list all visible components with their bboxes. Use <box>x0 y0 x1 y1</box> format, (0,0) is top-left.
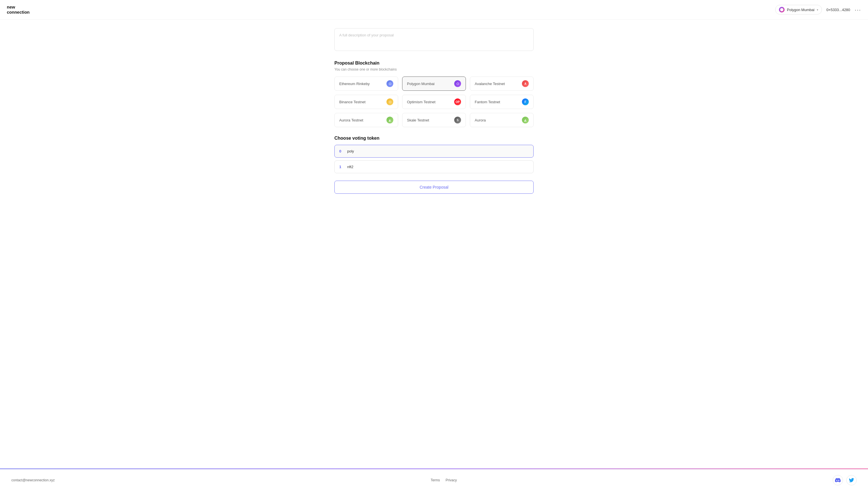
twitter-icon-button[interactable] <box>846 475 857 485</box>
blockchain-section-subtitle: You can choose one or more blockchains <box>334 67 534 71</box>
blockchain-chain-icon: S <box>454 117 461 123</box>
blockchain-name: Aurora Testnet <box>339 118 363 122</box>
footer-links: TermsPrivacy <box>430 478 457 482</box>
header: new connection Polygon Mumbai ▾ 0×5333..… <box>0 0 868 20</box>
blockchain-item[interactable]: Polygon Mumbai⬡ <box>402 77 466 91</box>
token-name: nft2 <box>347 165 354 169</box>
blockchain-chain-icon: OP <box>454 98 461 105</box>
network-selector[interactable]: Polygon Mumbai ▾ <box>775 5 822 15</box>
svg-point-0 <box>780 8 783 11</box>
app-logo[interactable]: new connection <box>7 4 30 15</box>
header-right: Polygon Mumbai ▾ 0×5333...4280 ··· <box>775 5 861 15</box>
network-icon <box>779 7 785 12</box>
blockchain-chain-icon: A <box>522 80 529 87</box>
blockchain-item[interactable]: Binance Testnet⬡ <box>334 95 398 109</box>
main-content: Proposal Blockchain You can choose one o… <box>0 20 868 468</box>
blockchain-grid: Ethereum Rinkeby⬡Polygon Mumbai⬡Avalanch… <box>334 77 534 127</box>
blockchain-name: Aurora <box>475 118 486 122</box>
blockchain-chain-icon: ⬡ <box>387 98 393 105</box>
description-textarea[interactable] <box>334 28 534 51</box>
blockchain-chain-icon: ◭ <box>387 117 393 123</box>
voting-token-title: Choose voting token <box>334 136 534 141</box>
blockchain-item[interactable]: Ethereum Rinkeby⬡ <box>334 77 398 91</box>
blockchain-item[interactable]: Skale TestnetS <box>402 113 466 127</box>
token-index: 1 <box>339 165 344 169</box>
blockchain-name: Polygon Mumbai <box>407 82 435 86</box>
token-item[interactable]: 0poly <box>334 145 534 157</box>
form-content: Proposal Blockchain You can choose one o… <box>334 28 534 460</box>
create-proposal-button[interactable]: Create Proposal <box>334 181 534 194</box>
footer-link[interactable]: Privacy <box>446 478 457 482</box>
blockchain-name: Fantom Testnet <box>475 100 500 104</box>
chevron-down-icon: ▾ <box>817 8 818 11</box>
blockchain-name: Skale Testnet <box>407 118 429 122</box>
wallet-address: 0×5333...4280 <box>827 8 850 12</box>
blockchain-chain-icon: ⬡ <box>454 80 461 87</box>
blockchain-name: Binance Testnet <box>339 100 365 104</box>
blockchain-item[interactable]: Avalanche TestnetA <box>470 77 534 91</box>
token-item[interactable]: 1nft2 <box>334 161 534 173</box>
blockchain-name: Ethereum Rinkeby <box>339 82 370 86</box>
blockchain-name: Avalanche Testnet <box>475 82 505 86</box>
token-index: 0 <box>339 149 344 153</box>
voting-token-section: Choose voting token 0poly1nft2 <box>334 136 534 173</box>
token-list: 0poly1nft2 <box>334 145 534 173</box>
twitter-icon <box>849 478 854 483</box>
blockchain-item[interactable]: Aurora Testnet◭ <box>334 113 398 127</box>
blockchain-chain-icon: ⬡ <box>387 80 393 87</box>
footer-link[interactable]: Terms <box>430 478 440 482</box>
blockchain-chain-icon: F <box>522 98 529 105</box>
blockchain-item[interactable]: Fantom TestnetF <box>470 95 534 109</box>
blockchain-chain-icon: ◭ <box>522 117 529 123</box>
token-name: poly <box>347 149 354 153</box>
footer-email: contact@newconnection.xyz <box>11 478 55 482</box>
network-name: Polygon Mumbai <box>787 8 814 12</box>
proposal-blockchain-section: Proposal Blockchain You can choose one o… <box>334 61 534 127</box>
discord-icon-button[interactable] <box>833 475 843 485</box>
footer-icons <box>833 475 857 485</box>
blockchain-name: Optimism Testnet <box>407 100 436 104</box>
footer: contact@newconnection.xyz TermsPrivacy <box>0 469 868 491</box>
blockchain-item[interactable]: Aurora◭ <box>470 113 534 127</box>
blockchain-section-title: Proposal Blockchain <box>334 61 534 66</box>
discord-icon <box>835 478 841 483</box>
blockchain-item[interactable]: Optimism TestnetOP <box>402 95 466 109</box>
menu-dots-button[interactable]: ··· <box>855 6 861 13</box>
